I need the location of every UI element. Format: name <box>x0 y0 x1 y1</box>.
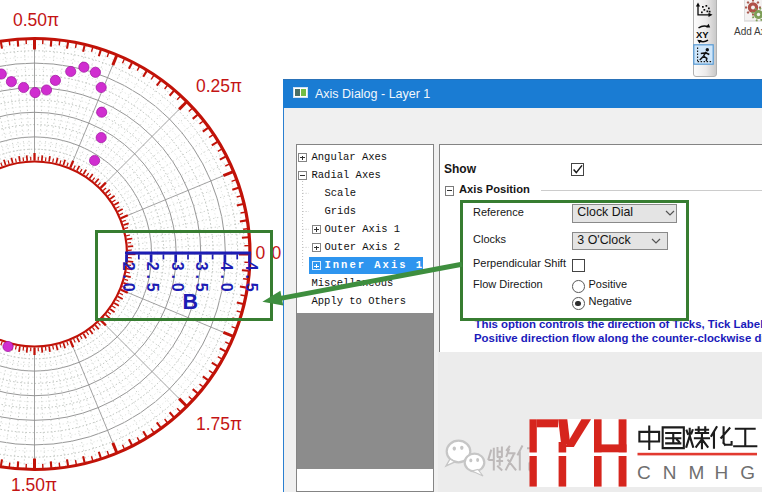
svg-text:1.50π: 1.50π <box>11 475 57 492</box>
svg-text:0.50π: 0.50π <box>13 10 59 30</box>
svg-text:1.75π: 1.75π <box>196 414 242 434</box>
svg-text:0: 0 <box>272 243 282 263</box>
svg-text:0.25π: 0.25π <box>196 76 242 96</box>
